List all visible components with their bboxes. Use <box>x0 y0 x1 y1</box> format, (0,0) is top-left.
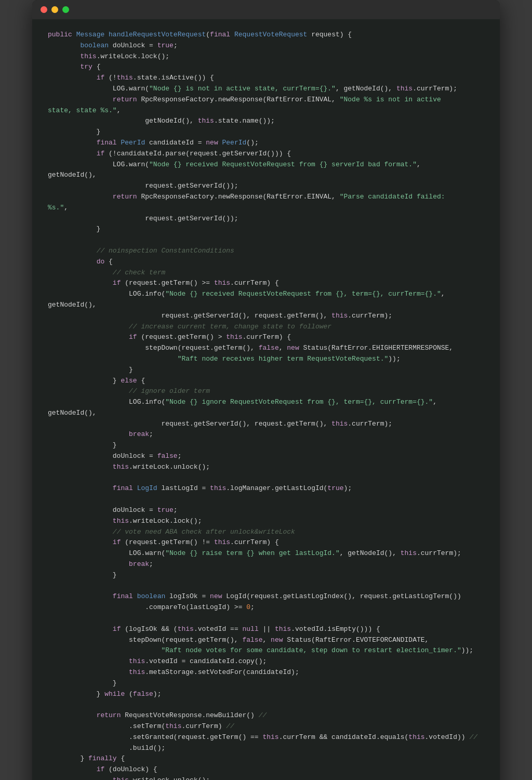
maximize-button[interactable] <box>62 6 69 13</box>
title-bar <box>32 0 500 19</box>
minimize-button[interactable] <box>51 6 58 13</box>
code-editor-window: public Message handleRequestVoteRequest(… <box>32 0 500 780</box>
code-content: public Message handleRequestVoteRequest(… <box>32 19 500 780</box>
close-button[interactable] <box>41 6 47 13</box>
